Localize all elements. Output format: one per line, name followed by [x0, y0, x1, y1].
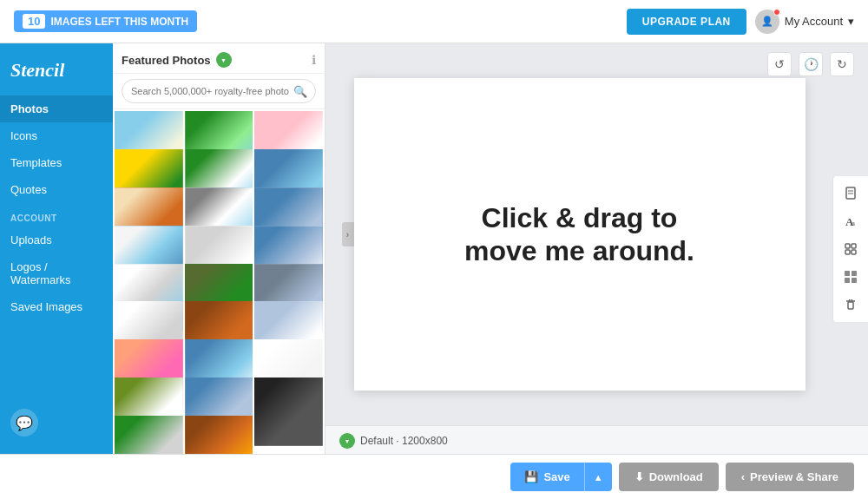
- avatar: 👤: [755, 10, 779, 34]
- account-menu[interactable]: 👤 My Account ▾: [755, 10, 854, 34]
- save-button[interactable]: 💾 Save: [510, 463, 583, 491]
- svg-line-15: [849, 299, 850, 301]
- canvas-container: › Click & drag to move me around.: [354, 78, 806, 391]
- svg-rect-8: [852, 250, 856, 254]
- shapes-tool-icon[interactable]: [838, 237, 863, 261]
- page-tool-icon[interactable]: [838, 181, 863, 206]
- sidebar-bottom: 💬: [0, 400, 113, 445]
- info-icon: ℹ: [312, 53, 316, 67]
- canvas-drag-text[interactable]: Click & drag to move me around.: [464, 201, 694, 268]
- featured-photos-label: Featured Photos: [122, 52, 232, 68]
- sidebar: Stencil Photos Icons Templates Quotes AC…: [0, 43, 113, 454]
- grid-tool-icon[interactable]: [838, 265, 863, 289]
- canvas-footer: ▼ Default · 1200x800: [326, 425, 868, 454]
- canvas-toolbar: ↺ 🕐 ↻: [767, 52, 854, 76]
- images-left-label: IMAGES LEFT THIS MONTH: [50, 16, 188, 28]
- svg-rect-10: [852, 271, 857, 276]
- svg-rect-11: [845, 278, 850, 283]
- size-indicator: ▼ Default · 1200x800: [339, 433, 448, 449]
- images-left-count: 10: [23, 14, 45, 29]
- chat-icon[interactable]: 💬: [10, 409, 38, 437]
- svg-rect-6: [852, 244, 856, 248]
- size-label: Default · 1200x800: [360, 435, 448, 447]
- preview-share-button[interactable]: ‹ Preview & Share: [726, 463, 854, 491]
- sidebar-item-uploads[interactable]: Uploads: [0, 227, 113, 253]
- size-green-icon: ▼: [339, 433, 355, 449]
- top-bar: 10 IMAGES LEFT THIS MONTH UPGRADE PLAN 👤…: [0, 0, 868, 43]
- featured-photos-dropdown-icon[interactable]: [216, 52, 232, 68]
- download-icon: ⬇: [635, 470, 644, 483]
- photo-search-input[interactable]: [122, 79, 316, 103]
- save-btn-group: 💾 Save ▲: [510, 463, 611, 491]
- photo-panel-header: Featured Photos ℹ: [113, 43, 325, 74]
- list-item[interactable]: [254, 378, 323, 446]
- sidebar-item-icons[interactable]: Icons: [0, 122, 113, 149]
- redo-button[interactable]: ↻: [830, 52, 854, 76]
- svg-rect-9: [845, 271, 850, 276]
- svg-text:a: a: [852, 219, 855, 227]
- search-icon: 🔍: [293, 85, 307, 98]
- notification-dot: [773, 9, 780, 16]
- text-tool-icon[interactable]: Aa: [838, 209, 863, 233]
- save-chevron-button[interactable]: ▲: [584, 463, 612, 491]
- canvas[interactable]: Click & drag to move me around.: [354, 78, 806, 391]
- photo-panel: Featured Photos ℹ 🔍: [113, 43, 326, 454]
- svg-rect-5: [845, 244, 850, 248]
- account-chevron-icon: ▾: [848, 15, 854, 28]
- app-logo: Stencil: [0, 52, 113, 95]
- upgrade-button[interactable]: UPGRADE PLAN: [627, 9, 746, 35]
- sidebar-item-quotes[interactable]: Quotes: [0, 176, 113, 203]
- trash-tool-icon[interactable]: [838, 292, 863, 317]
- account-label: My Account: [785, 15, 843, 28]
- svg-rect-12: [852, 278, 857, 283]
- canvas-area: ↺ 🕐 ↻ › Click & drag to move me around. …: [326, 43, 868, 454]
- svg-rect-7: [845, 250, 850, 254]
- images-left-badge: 10 IMAGES LEFT THIS MONTH: [14, 10, 197, 32]
- account-section-label: ACCOUNT: [0, 203, 113, 227]
- main-layout: Stencil Photos Icons Templates Quotes AC…: [0, 43, 868, 454]
- canvas-wrapper: › Click & drag to move me around.: [326, 43, 868, 425]
- sidebar-item-saved[interactable]: Saved Images: [0, 293, 113, 320]
- list-item[interactable]: [185, 416, 253, 454]
- svg-line-16: [852, 299, 852, 301]
- download-button[interactable]: ⬇ Download: [619, 463, 719, 491]
- top-bar-left: 10 IMAGES LEFT THIS MONTH: [14, 10, 616, 32]
- sidebar-item-templates[interactable]: Templates: [0, 149, 113, 176]
- share-icon: ‹: [741, 470, 745, 483]
- list-item[interactable]: [115, 416, 183, 454]
- collapse-panel-arrow[interactable]: ›: [342, 222, 354, 246]
- photo-grid: [113, 109, 325, 454]
- search-wrapper: 🔍: [113, 74, 325, 109]
- bottom-bar: 💾 Save ▲ ⬇ Download ‹ Preview & Share: [0, 454, 868, 499]
- undo-button[interactable]: ↺: [767, 52, 792, 76]
- history-button[interactable]: 🕐: [799, 52, 823, 76]
- svg-rect-13: [848, 302, 853, 309]
- sidebar-item-logos[interactable]: Logos / Watermarks: [0, 253, 113, 293]
- top-bar-right: UPGRADE PLAN 👤 My Account ▾: [627, 9, 854, 35]
- save-icon: 💾: [524, 470, 538, 483]
- sidebar-item-photos[interactable]: Photos: [0, 95, 113, 122]
- right-tools: Aa: [832, 176, 868, 322]
